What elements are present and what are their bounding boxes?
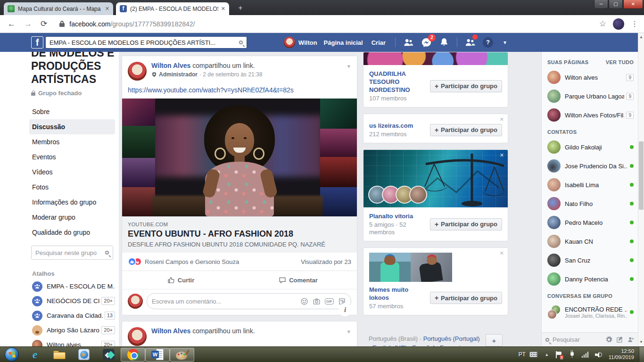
taskbar-ie-icon[interactable]: e xyxy=(23,347,47,362)
facebook-logo[interactable]: f xyxy=(31,36,43,49)
taskbar-mediaplayer-icon[interactable]: ▶ xyxy=(72,347,96,362)
network-signal-icon[interactable] xyxy=(582,352,589,358)
post-timestamp[interactable]: · 2 de setembro às 21:38 xyxy=(199,71,262,78)
group-nav-eventos[interactable]: Eventos xyxy=(29,149,115,165)
page-row[interactable]: Wilton Alves Fotos/Fil... 9 xyxy=(547,106,634,124)
contact-row[interactable]: Nato Filho xyxy=(547,194,634,213)
contact-row[interactable]: Isabelli Lima xyxy=(547,175,634,194)
messenger-icon[interactable]: 2 xyxy=(420,36,432,49)
join-group-button[interactable]: +Participar do grupo xyxy=(430,218,502,230)
chat-search-bar[interactable]: Pesquisar xyxy=(542,332,638,346)
taskbar-filmora-icon[interactable] xyxy=(96,347,121,362)
forward-icon[interactable]: → xyxy=(24,19,32,29)
friend-requests-icon[interactable] xyxy=(402,36,414,49)
group-cover-image[interactable] xyxy=(363,52,508,65)
power-plug-icon[interactable] xyxy=(569,351,575,358)
contact-row[interactable]: Kauan CN xyxy=(547,232,634,251)
help-icon[interactable]: ? xyxy=(482,36,494,49)
window-close-button[interactable]: ✕ xyxy=(623,0,643,9)
group-nav-informacoes[interactable]: Informações do grupo xyxy=(29,195,115,210)
group-nav-sobre[interactable]: Sobre xyxy=(29,104,115,119)
shortcut-negocios[interactable]: NEGÓCIOS DE CI... 20+ xyxy=(29,294,115,308)
show-desktop-button[interactable] xyxy=(639,347,644,362)
group-nav-discussao[interactable]: Discussão xyxy=(29,119,115,134)
notifications-bell-icon[interactable] xyxy=(438,36,450,49)
join-group-button[interactable]: +Participar do grupo xyxy=(430,80,502,92)
comment-button[interactable]: Comentar xyxy=(239,271,357,289)
create-link[interactable]: Criar xyxy=(372,39,386,46)
action-center-flag-icon[interactable]: ✕ xyxy=(556,351,562,358)
scrollbar-down-arrow[interactable]: ▼ xyxy=(638,339,644,346)
settings-gear-icon[interactable] xyxy=(605,336,612,343)
groups-nav-icon[interactable] xyxy=(464,36,476,49)
new-tab-button[interactable]: + xyxy=(235,4,246,13)
group-cover-photos[interactable] xyxy=(363,248,508,282)
post-menu-caret-icon[interactable]: ▾ xyxy=(347,328,350,335)
post-author-link[interactable]: Wilton Alves xyxy=(151,327,190,335)
taskbar-chrome-icon[interactable] xyxy=(121,348,145,362)
group-title[interactable]: DE MODELOS E PRODUÇÕES ARTÍSTICAS xyxy=(29,52,115,86)
window-minimize-button[interactable]: ─ xyxy=(594,0,608,9)
browser-tab-facebook[interactable]: f (2) EMPA - ESCOLA DE MODELOS ✕ xyxy=(116,2,229,15)
gif-icon[interactable]: GIF xyxy=(325,298,334,304)
tab-close-icon[interactable]: ✕ xyxy=(221,6,225,12)
join-group-button[interactable]: +Participar do grupo xyxy=(430,292,502,304)
comment-input[interactable]: Escreva um comentário... GIF xyxy=(147,293,351,309)
group-nav-moderar[interactable]: Moderar grupo xyxy=(29,210,115,225)
contact-row[interactable]: Pedro Macelo xyxy=(547,213,634,232)
contact-row[interactable]: Danny Potencia xyxy=(547,270,634,288)
language-indicator[interactable]: PT xyxy=(518,351,525,358)
post-author-link[interactable]: Wilton Alves xyxy=(151,62,190,69)
emoji-icon[interactable] xyxy=(300,297,308,305)
like-button[interactable]: Curtir xyxy=(122,271,239,289)
link-preview-meta[interactable]: YOUTUBE.COM EVENTO UBUNTU - AFRO FASHION… xyxy=(122,216,357,253)
account-caret-icon[interactable]: ▾ xyxy=(504,39,506,46)
scrollbar-up-arrow[interactable]: ▲ xyxy=(638,34,644,41)
shortcut-wilton[interactable]: Wilton alves 20+ xyxy=(29,337,115,346)
group-name-link[interactable]: Planalto vitoria xyxy=(369,212,427,220)
language-link[interactable]: Português (Portugal) xyxy=(423,335,480,342)
shortcut-abrigo[interactable]: Abrigo São Lázaro ... 20+ xyxy=(29,323,115,337)
group-name-link[interactable]: Memes muito lokoos xyxy=(369,286,427,302)
add-language-button[interactable]: + xyxy=(486,334,503,346)
start-button[interactable] xyxy=(5,347,19,362)
add-contact-icon[interactable] xyxy=(627,336,635,343)
shortcut-empa[interactable]: EMPA - ESCOLA DE M... xyxy=(29,279,115,294)
post-author-avatar[interactable] xyxy=(128,62,147,81)
post-link-url[interactable]: https://www.youtube.com/watch?v=ysNRhE0Z… xyxy=(122,86,357,99)
shortcut-caravana[interactable]: Caravana da Cidad... 13 xyxy=(29,308,115,323)
contact-row[interactable]: Jose Prudencio Da Si... xyxy=(547,156,634,175)
facebook-search-input[interactable]: EMPA - ESCOLA DE MODELOS E PRODUÇÕES ART… xyxy=(45,36,247,49)
url-text[interactable]: facebook.com/groups/1777758399182842/ xyxy=(69,20,195,28)
browser-tab-mapa[interactable]: Mapa Cultural do Ceará - - Mapa ✕ xyxy=(4,2,113,15)
see-all-link[interactable]: VER TUDO xyxy=(606,59,634,65)
likers-text[interactable]: Roseni Campos e Gersonio Souza xyxy=(145,258,301,265)
video-thumbnail[interactable] xyxy=(122,99,357,216)
page-row[interactable]: Wilton alves 9 xyxy=(547,68,634,87)
contact-row[interactable]: Gildo Fakolaji xyxy=(547,138,634,156)
group-nav-qualidade[interactable]: Qualidade do grupo xyxy=(29,225,115,240)
tray-clock[interactable]: 12:50 11/09/2019 xyxy=(609,348,634,361)
user-avatar[interactable] xyxy=(284,37,295,48)
volume-icon[interactable] xyxy=(595,352,602,358)
profile-link[interactable]: Wilton xyxy=(298,39,317,46)
new-message-icon[interactable] xyxy=(616,336,623,343)
join-group-button[interactable]: +Participar do grupo xyxy=(430,124,502,136)
bookmark-star-icon[interactable]: ☆ xyxy=(599,19,606,29)
browser-profile-avatar[interactable] xyxy=(613,18,624,30)
dismiss-icon[interactable]: ✕ xyxy=(500,116,504,123)
reaction-icons[interactable]: ♥ xyxy=(128,257,142,266)
group-name-link[interactable]: us lizeiras.com xyxy=(369,122,427,130)
post-author-avatar[interactable] xyxy=(128,327,147,346)
contact-row[interactable]: San Cruz xyxy=(547,251,634,270)
taskbar-word-icon[interactable]: W xyxy=(145,348,170,362)
tab-close-icon[interactable]: ✕ xyxy=(105,6,109,12)
back-icon[interactable]: ← xyxy=(8,19,16,29)
taskbar-explorer-icon[interactable] xyxy=(47,347,72,362)
group-nav-membros[interactable]: Membros xyxy=(29,134,115,149)
link-title[interactable]: EVENTO UBUNTU - AFRO FASHION 2018 xyxy=(128,229,351,239)
group-nav-fotos[interactable]: Fotos xyxy=(29,180,115,195)
keyboard-icon[interactable] xyxy=(529,352,537,357)
group-cover-image[interactable]: ✕ xyxy=(363,150,508,207)
reload-icon[interactable]: ⟳ xyxy=(41,19,47,29)
